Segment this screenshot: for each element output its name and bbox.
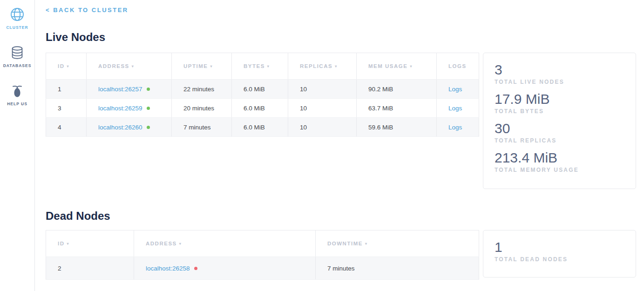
logs-link[interactable]: Logs <box>448 124 462 131</box>
sidebar-item-label: CLUSTER <box>6 25 28 30</box>
cell-node-logs: Logs <box>437 118 479 137</box>
cell-node-address: localhost:26257 <box>87 80 172 99</box>
cell-node-mem-usage: 63.7 MiB <box>357 99 437 118</box>
cell-node-logs: Logs <box>437 99 479 118</box>
cell-node-address: localhost:26258 <box>134 257 316 280</box>
stat-label: TOTAL DEAD NODES <box>495 256 624 263</box>
stat-label: TOTAL REPLICAS <box>495 137 624 144</box>
sort-arrow-icon: ▾ <box>365 242 368 246</box>
column-header-address[interactable]: ADDRESS▾ <box>134 230 316 257</box>
column-header-uptime[interactable]: UPTIME▾ <box>172 53 232 80</box>
sidebar-item-label: HELP US <box>7 102 27 106</box>
node-live-dot <box>147 107 150 110</box>
stat-total-live-nodes: 3 TOTAL LIVE NODES <box>495 62 624 85</box>
cell-node-bytes: 6.0 MiB <box>232 99 288 118</box>
cell-node-downtime: 7 minutes <box>316 257 479 280</box>
node-address-link[interactable]: localhost:26257 <box>98 86 142 93</box>
live-nodes-table: ID▾ ADDRESS▾ UPTIME▾ BYTES▾ REPLICAS▾ ME… <box>46 53 479 137</box>
stat-value: 213.4 MiB <box>495 150 624 166</box>
stat-total-bytes: 17.9 MiB TOTAL BYTES <box>495 91 624 115</box>
stat-value: 1 <box>495 239 624 255</box>
cell-node-replicas: 10 <box>288 80 357 99</box>
stat-total-memory-usage: 213.4 MiB TOTAL MEMORY USAGE <box>495 150 624 173</box>
table-row: 4 localhost:26260 7 minutes 6.0 MiB 10 5… <box>46 118 479 137</box>
node-dead-dot <box>194 267 197 270</box>
cell-node-uptime: 22 minutes <box>172 80 232 99</box>
live-nodes-section: Live Nodes ID▾ ADDRESS▾ UPTIME▾ BYTES▾ R… <box>46 31 636 189</box>
sidebar: CLUSTER DATABASES HELP US <box>0 0 35 291</box>
node-address-link[interactable]: localhost:26260 <box>98 124 142 131</box>
sort-arrow-icon: ▾ <box>132 64 135 68</box>
dead-nodes-summary-card: 1 TOTAL DEAD NODES <box>483 230 636 277</box>
stat-total-replicas: 30 TOTAL REPLICAS <box>495 121 624 144</box>
cell-node-id: 4 <box>46 118 87 137</box>
database-icon <box>8 44 26 61</box>
sort-arrow-icon: ▾ <box>179 242 182 246</box>
stat-label: TOTAL MEMORY USAGE <box>495 167 624 173</box>
stat-value: 30 <box>495 121 624 136</box>
sort-arrow-icon: ▾ <box>67 64 70 68</box>
sort-arrow-icon: ▾ <box>410 64 413 68</box>
sort-arrow-icon: ▾ <box>335 64 338 68</box>
sort-arrow-icon: ▾ <box>267 64 270 68</box>
table-header-row: ID▾ ADDRESS▾ DOWNTIME▾ <box>46 230 479 257</box>
cell-node-id: 1 <box>46 80 87 99</box>
stat-value: 17.9 MiB <box>495 91 624 107</box>
column-header-replicas[interactable]: REPLICAS▾ <box>288 53 357 80</box>
cell-node-id: 2 <box>46 257 134 280</box>
sidebar-item-databases[interactable]: DATABASES <box>0 44 34 68</box>
sidebar-item-cluster[interactable]: CLUSTER <box>0 6 34 30</box>
cell-node-uptime: 20 minutes <box>172 99 232 118</box>
node-live-dot <box>147 126 150 129</box>
cell-node-bytes: 6.0 MiB <box>232 80 288 99</box>
cell-node-mem-usage: 90.2 MiB <box>357 80 437 99</box>
logs-link[interactable]: Logs <box>448 105 462 112</box>
column-header-bytes[interactable]: BYTES▾ <box>232 53 288 80</box>
main-content: < BACK TO CLUSTER Live Nodes ID▾ ADDRESS… <box>35 0 644 280</box>
table-row: 3 localhost:26259 20 minutes 6.0 MiB 10 … <box>46 99 479 118</box>
table-row: 2 localhost:26258 7 minutes <box>46 257 479 280</box>
dead-nodes-table: ID▾ ADDRESS▾ DOWNTIME▾ 2 localhost:26258… <box>46 230 479 280</box>
column-header-address[interactable]: ADDRESS▾ <box>87 53 172 80</box>
globe-icon <box>8 6 26 23</box>
stat-label: TOTAL BYTES <box>495 108 624 115</box>
cell-node-replicas: 10 <box>288 118 357 137</box>
stat-value: 3 <box>495 62 624 78</box>
column-header-downtime[interactable]: DOWNTIME▾ <box>316 230 479 257</box>
node-address-link[interactable]: localhost:26258 <box>146 265 190 272</box>
column-header-id[interactable]: ID▾ <box>46 53 87 80</box>
cell-node-address: localhost:26259 <box>87 99 172 118</box>
back-chevron-icon: < <box>46 7 50 14</box>
column-header-mem-usage[interactable]: MEM USAGE▾ <box>357 53 437 80</box>
stat-label: TOTAL LIVE NODES <box>495 79 624 85</box>
sidebar-item-help-us[interactable]: HELP US <box>0 82 34 106</box>
cell-node-bytes: 6.0 MiB <box>232 118 288 137</box>
table-row: 1 localhost:26257 22 minutes 6.0 MiB 10 … <box>46 80 479 99</box>
cell-node-uptime: 7 minutes <box>172 118 232 137</box>
sort-arrow-icon: ▾ <box>210 64 213 68</box>
column-header-id[interactable]: ID▾ <box>46 230 134 257</box>
cell-node-replicas: 10 <box>288 99 357 118</box>
node-live-dot <box>147 88 150 91</box>
live-nodes-summary-card: 3 TOTAL LIVE NODES 17.9 MiB TOTAL BYTES … <box>483 53 636 189</box>
logs-link[interactable]: Logs <box>448 86 462 93</box>
cell-node-address: localhost:26260 <box>87 118 172 137</box>
node-address-link[interactable]: localhost:26259 <box>98 105 142 112</box>
column-header-logs: LOGS <box>437 53 479 80</box>
cell-node-id: 3 <box>46 99 87 118</box>
sidebar-item-label: DATABASES <box>3 63 32 68</box>
sort-arrow-icon: ▾ <box>67 242 70 246</box>
back-to-cluster-link[interactable]: < BACK TO CLUSTER <box>46 7 129 14</box>
stat-total-dead-nodes: 1 TOTAL DEAD NODES <box>495 239 624 263</box>
table-header-row: ID▾ ADDRESS▾ UPTIME▾ BYTES▾ REPLICAS▾ ME… <box>46 53 479 80</box>
dead-nodes-section: Dead Nodes ID▾ ADDRESS▾ DOWNTIME▾ 2 loc <box>46 210 636 280</box>
cell-node-mem-usage: 59.6 MiB <box>357 118 437 137</box>
cell-node-logs: Logs <box>437 80 479 99</box>
live-nodes-title: Live Nodes <box>46 31 636 44</box>
dead-nodes-title: Dead Nodes <box>46 210 636 223</box>
bug-icon <box>8 82 26 100</box>
